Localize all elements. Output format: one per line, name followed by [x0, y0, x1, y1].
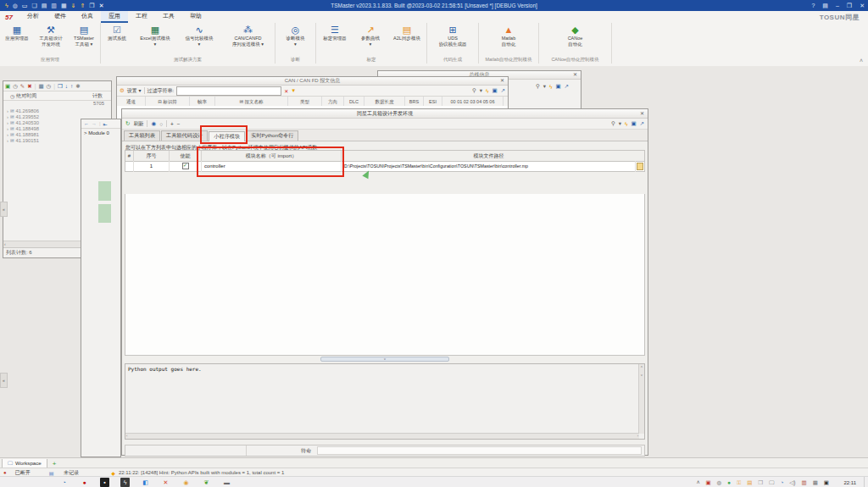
- tree-toolbar-icon[interactable]: ▣: [5, 82, 10, 90]
- remove-icon[interactable]: −: [177, 121, 181, 127]
- close-icon[interactable]: ✕: [573, 71, 577, 79]
- toolbar-icon[interactable]: ▾: [480, 87, 482, 94]
- taskbar-app-icon[interactable]: ❦: [202, 478, 211, 487]
- toolbar-icon[interactable]: ⚲: [472, 87, 476, 94]
- toolbar-icon[interactable]: ↗: [501, 87, 505, 94]
- window-control-icon[interactable]: ▤: [822, 0, 828, 11]
- add-icon[interactable]: +: [170, 121, 174, 127]
- tray-icon[interactable]: ˄: [697, 478, 700, 487]
- menu-item[interactable]: 工具: [155, 11, 182, 23]
- tree-toolbar-icon[interactable]: ✱: [75, 82, 80, 90]
- taskbar-app-icon[interactable]: ▪: [100, 478, 109, 487]
- taskbar-app-icon[interactable]: ✕: [161, 478, 170, 487]
- expander-icon[interactable]: ›: [7, 126, 8, 131]
- tree-toolbar-icon[interactable]: ↓: [65, 82, 68, 90]
- tray-icon[interactable]: ▣: [824, 478, 829, 487]
- nav-icon[interactable]: →: [92, 121, 97, 126]
- toolbar-icon[interactable]: ▣: [492, 87, 497, 94]
- toolbar-icon[interactable]: ϟ: [549, 84, 552, 90]
- toolbar-icon[interactable]: ▣: [631, 120, 636, 127]
- taskbar-clock[interactable]: 22:11: [843, 480, 856, 485]
- ribbon-button[interactable]: ▦ 应用管理器: [0, 25, 34, 57]
- toolbar-icon[interactable]: ϟ: [625, 121, 627, 127]
- tray-icon[interactable]: ◁): [789, 478, 795, 487]
- toolbar-icon[interactable]: ▾: [619, 120, 621, 127]
- module-path-cell[interactable]: D:\Projects\TOSUN\Projects\TSMaster\bin\…: [342, 161, 636, 172]
- module-row[interactable]: 1 ✓ controller D:\Projects\TOSUN\Project…: [125, 161, 645, 172]
- col-index[interactable]: 序号: [134, 151, 170, 162]
- browse-folder-button[interactable]: [637, 163, 643, 170]
- expander-icon[interactable]: ›: [7, 132, 8, 137]
- python-output-console[interactable]: Python output goes here. ˄˅ ‹›: [125, 363, 645, 440]
- window-control-icon[interactable]: ✕: [860, 0, 865, 11]
- taskbar-app-icon[interactable]: ●: [80, 478, 89, 487]
- tray-icon[interactable]: ●: [727, 478, 731, 487]
- ribbon-button[interactable]: ▤ A2L同步模块: [387, 25, 426, 57]
- toolbar-icon[interactable]: ↗: [640, 120, 644, 127]
- signal-block[interactable]: [98, 181, 111, 201]
- col-module-path[interactable]: 模块文件路径: [342, 151, 636, 162]
- console-hscrollbar[interactable]: ‹›: [125, 433, 639, 439]
- ribbon-button[interactable]: ▲ Matlab 自动化: [479, 25, 538, 57]
- radio-empty-icon[interactable]: ○: [159, 121, 163, 127]
- tree-header-time[interactable]: 绝对时间: [14, 92, 36, 100]
- dock-collapse-handle[interactable]: «: [0, 202, 8, 217]
- tray-icon[interactable]: ❐: [758, 478, 763, 487]
- show-desktop-button[interactable]: [864, 477, 868, 487]
- col-module-name[interactable]: 模块名称（可 import）: [202, 151, 342, 162]
- tree-row[interactable]: › ✉ 41.269806: [3, 108, 111, 113]
- ribbon-button[interactable]: ◆ CANoe 自动化: [539, 25, 611, 57]
- menu-item[interactable]: 帮助: [182, 11, 209, 23]
- ribbon-button[interactable]: ▦ Excel测试模块 ▾: [133, 25, 177, 57]
- dialog-tab[interactable]: 小程序模块: [209, 131, 245, 141]
- taskbar-app-icon[interactable]: ◉: [181, 478, 191, 487]
- enable-checkbox[interactable]: ✓: [182, 163, 189, 169]
- tree-toolbar-icon[interactable]: ▦: [38, 82, 43, 90]
- ribbon-button[interactable]: ◎ 诊断模块 ▾: [275, 25, 315, 57]
- expander-icon[interactable]: ›: [7, 108, 8, 113]
- taskbar-app-icon[interactable]: ▬: [222, 478, 231, 487]
- ribbon-collapse-chevron[interactable]: ˄: [860, 58, 863, 64]
- console-vscrollbar[interactable]: ˄˅: [638, 364, 644, 434]
- tree-toolbar-icon[interactable]: ❐: [58, 82, 63, 90]
- ribbon-button[interactable]: ☑ 测试系统: [101, 25, 133, 57]
- nav-icon[interactable]: ⇤: [103, 121, 108, 127]
- tray-icon[interactable]: 🖵: [769, 478, 774, 487]
- workspace-tab[interactable]: 🖵 Workspace: [2, 459, 47, 468]
- funnel-icon[interactable]: ▼: [291, 88, 296, 93]
- tree-toolbar-icon[interactable]: ✖: [27, 82, 31, 90]
- window-control-icon[interactable]: –: [836, 0, 839, 11]
- tray-icon[interactable]: ◍: [717, 478, 722, 487]
- ribbon-button[interactable]: ▤ TSMaster 工具箱 ▾: [68, 25, 100, 57]
- ribbon-button[interactable]: ⊞ UDS 协议栈生成器: [427, 25, 478, 57]
- tray-icon[interactable]: ⚿: [737, 478, 741, 487]
- ribbon-button[interactable]: ☰ 标定管理器: [316, 25, 353, 57]
- tree-toolbar-icon[interactable]: ↑: [70, 82, 73, 90]
- dialog-tab[interactable]: 实时Python命令行: [246, 130, 298, 141]
- window-control-icon[interactable]: ❐: [847, 0, 852, 11]
- close-icon[interactable]: ✕: [640, 110, 644, 118]
- tree-toolbar-icon[interactable]: ✎: [20, 82, 25, 90]
- splitter[interactable]: ˅: [125, 357, 645, 362]
- clear-filter-icon[interactable]: ✕: [284, 88, 288, 94]
- menu-item[interactable]: 工程: [128, 11, 155, 23]
- tree-header-count[interactable]: 计数: [92, 92, 111, 100]
- toolbar-icon[interactable]: ↗: [565, 83, 569, 90]
- menu-item[interactable]: 硬件: [47, 11, 74, 23]
- col-hash[interactable]: #: [125, 151, 134, 162]
- expander-icon[interactable]: ›: [7, 114, 8, 119]
- gear-icon[interactable]: ⚙: [120, 87, 125, 94]
- tree-toolbar-icon[interactable]: ◷: [47, 82, 52, 90]
- taskbar-app-icon[interactable]: ◔: [59, 478, 69, 487]
- refresh-button[interactable]: 刷新: [133, 120, 143, 128]
- refresh-icon[interactable]: ↻: [125, 120, 130, 127]
- menu-item[interactable]: 应用: [101, 11, 128, 23]
- toolbar-icon[interactable]: ▣: [555, 83, 560, 90]
- expander-icon[interactable]: ›: [7, 138, 8, 143]
- ribbon-button[interactable]: ∿ 信号比较模块 ▾: [177, 25, 221, 57]
- toolbar-icon[interactable]: ▾: [543, 83, 546, 90]
- nav-icon[interactable]: ←: [84, 121, 89, 126]
- toolbar-icon[interactable]: ϟ: [486, 88, 488, 94]
- dock-collapse-handle[interactable]: «: [0, 373, 8, 388]
- radio-filled-icon[interactable]: ◉: [151, 120, 156, 127]
